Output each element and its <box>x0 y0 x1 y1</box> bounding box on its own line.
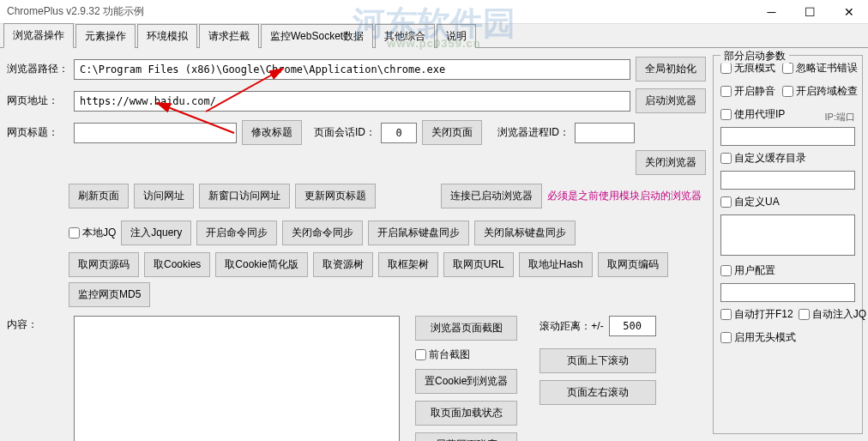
get-frame-tree-button[interactable]: 取框架树 <box>378 252 438 277</box>
get-cookie-simple-button[interactable]: 取Cookie简化版 <box>215 252 307 277</box>
title-input[interactable] <box>74 123 237 143</box>
sync-mouse-off-button[interactable]: 关闭鼠标键盘同步 <box>474 220 576 245</box>
connect-started-button[interactable]: 连接已启动浏览器 <box>441 184 542 208</box>
label-url: 网页地址： <box>7 94 69 108</box>
tab-other[interactable]: 其他综合 <box>375 24 435 48</box>
inject-jquery-button[interactable]: 注入Jquery <box>121 220 191 245</box>
user-config-input[interactable] <box>720 283 855 302</box>
process-id-input[interactable] <box>575 123 635 143</box>
cache-dir-input[interactable] <box>720 171 855 190</box>
edit-title-button[interactable]: 修改标题 <box>242 120 302 145</box>
monitor-md5-button[interactable]: 监控网页MD5 <box>69 282 150 307</box>
sync-cmd-off-button[interactable]: 关闭命令同步 <box>282 220 363 245</box>
close-button[interactable]: ✕ <box>829 0 868 24</box>
global-init-button[interactable]: 全局初始化 <box>636 57 706 82</box>
get-url-button[interactable]: 取网页URL <box>443 252 514 277</box>
set-cookie-button[interactable]: 置Cookie到浏览器 <box>415 369 517 394</box>
side-panel: 部分启动参数 无痕模式 忽略证书错误 开启静音 开启跨域检查 使用代理IP IP… <box>713 55 863 434</box>
tab-browser-ops[interactable]: 浏览器操作 <box>3 23 74 48</box>
tab-element-ops[interactable]: 元素操作 <box>75 24 136 48</box>
cache-dir-checkbox[interactable]: 自定义缓存目录 <box>720 151 855 166</box>
ignore-cert-checkbox[interactable]: 忽略证书错误 <box>782 61 858 76</box>
label-browser-path: 浏览器路径： <box>7 62 69 76</box>
sync-cmd-on-button[interactable]: 开启命令同步 <box>196 220 277 245</box>
auto-jq-checkbox[interactable]: 自动注入JQ <box>799 307 866 322</box>
warning-text: 必须是之前使用模块启动的浏览器 <box>547 189 702 203</box>
update-title-button[interactable]: 更新网页标题 <box>295 184 376 208</box>
window-title: ChromePlus v2.9.32 功能示例 <box>7 4 144 19</box>
label-content: 内容： <box>7 316 69 332</box>
label-title: 网页标题： <box>7 125 69 140</box>
proxy-hint: IP:端口 <box>825 111 855 124</box>
scroll-lr-button[interactable]: 页面左右滚动 <box>539 380 655 405</box>
get-cookies-button[interactable]: 取Cookies <box>144 252 210 277</box>
url-input[interactable] <box>74 91 630 112</box>
new-window-visit-button[interactable]: 新窗口访问网址 <box>199 184 290 208</box>
cors-checkbox[interactable]: 开启跨域检查 <box>782 84 858 99</box>
tab-env-sim[interactable]: 环境模拟 <box>137 24 197 48</box>
scroll-ud-button[interactable]: 页面上下滚动 <box>539 348 655 373</box>
tab-help[interactable]: 说明 <box>437 24 476 48</box>
proxy-input[interactable] <box>720 127 855 146</box>
browser-path-input[interactable] <box>74 59 630 80</box>
close-browser-button[interactable]: 关闭浏览器 <box>636 150 706 175</box>
local-jq-checkbox[interactable]: 本地JQ <box>69 226 116 240</box>
user-config-checkbox[interactable]: 用户配置 <box>720 263 855 278</box>
custom-ua-checkbox[interactable]: 自定义UA <box>720 195 855 209</box>
tab-req-intercept[interactable]: 请求拦截 <box>199 24 259 48</box>
refresh-button[interactable]: 刷新页面 <box>69 184 129 208</box>
headless-checkbox[interactable]: 启用无头模式 <box>720 330 855 345</box>
start-browser-button[interactable]: 启动浏览器 <box>636 88 706 113</box>
get-source-button[interactable]: 取网页源码 <box>69 252 139 277</box>
maximize-button[interactable]: ☐ <box>791 0 829 24</box>
process-id-label: 浏览器进程ID： <box>497 125 570 140</box>
sync-mouse-on-button[interactable]: 开启鼠标键盘同步 <box>368 220 469 245</box>
get-res-tree-button[interactable]: 取资源树 <box>313 252 373 277</box>
minimize-button[interactable]: ─ <box>752 0 791 24</box>
get-hash-button[interactable]: 取地址Hash <box>519 252 593 277</box>
session-id-label: 页面会话ID： <box>314 125 376 140</box>
proxy-checkbox[interactable]: 使用代理IP <box>720 107 785 122</box>
get-encoding-button[interactable]: 取网页编码 <box>598 252 668 277</box>
screenshot-button[interactable]: 浏览器页面截图 <box>415 316 517 341</box>
auto-f12-checkbox[interactable]: 自动打开F12 <box>720 307 793 322</box>
side-panel-title: 部分启动参数 <box>720 49 789 63</box>
session-id-input[interactable] <box>381 123 417 143</box>
content-textarea[interactable] <box>74 316 400 441</box>
tab-websocket[interactable]: 监控WebSocket数据 <box>261 24 373 48</box>
tab-bar: 浏览器操作 元素操作 环境模拟 请求拦截 监控WebSocket数据 其他综合 … <box>0 24 868 48</box>
load-state-button[interactable]: 取页面加载状态 <box>415 401 517 426</box>
block-popup-button[interactable]: 屏蔽网页弹窗 <box>415 432 517 441</box>
front-shot-checkbox[interactable]: 前台截图 <box>415 347 517 362</box>
mute-checkbox[interactable]: 开启静音 <box>720 84 775 99</box>
visit-button[interactable]: 访问网址 <box>134 184 194 208</box>
close-page-button[interactable]: 关闭页面 <box>422 120 482 145</box>
scroll-distance-input[interactable] <box>609 316 656 336</box>
custom-ua-input[interactable] <box>720 214 855 256</box>
scroll-distance-label: 滚动距离：+/- <box>539 319 603 334</box>
